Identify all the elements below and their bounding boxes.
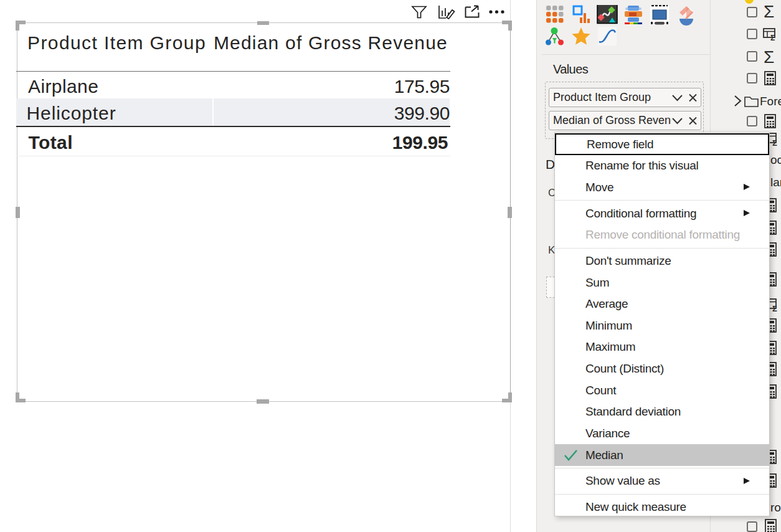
svg-text:Σ: Σ: [772, 304, 777, 313]
svg-text:Σ: Σ: [770, 34, 775, 41]
svg-text:Σ: Σ: [772, 138, 777, 147]
